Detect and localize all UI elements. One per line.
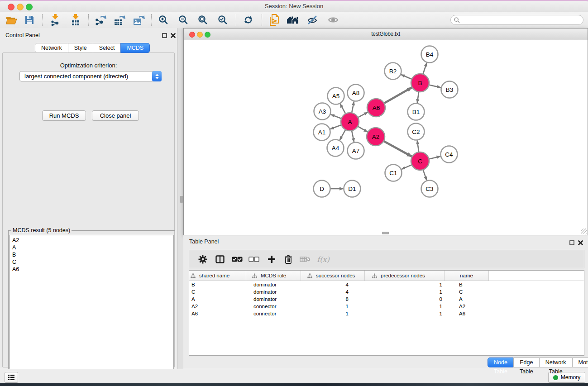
close-table-panel-button[interactable] [577, 239, 583, 246]
graph-edge-A-A8[interactable] [352, 101, 354, 113]
new-network-button[interactable] [266, 13, 282, 27]
graph-edge-B-B1[interactable] [417, 92, 419, 103]
function-builder-button[interactable]: f(x) [314, 253, 332, 266]
graph-node-A6[interactable]: A6 [367, 99, 385, 117]
hide-graphics-details-button[interactable] [305, 13, 321, 27]
zoom-window-button[interactable] [26, 4, 33, 10]
graph-node-A3[interactable]: A3 [314, 103, 331, 120]
zoom-out-button[interactable] [175, 13, 191, 27]
task-history-button[interactable] [5, 372, 18, 383]
network-window-titlebar[interactable]: testGlobe.txt [184, 29, 588, 40]
graph-edge-A-A4[interactable] [339, 130, 345, 140]
graph-edge-C-C1[interactable] [402, 165, 412, 169]
graph-edge-B-B4[interactable] [423, 62, 427, 74]
import-table-button[interactable] [67, 13, 84, 27]
zoom-view-button[interactable] [205, 32, 210, 38]
close-window-button[interactable] [8, 4, 14, 10]
graph-node-B4[interactable]: B4 [421, 46, 438, 63]
graph-edge-A2-C[interactable] [384, 141, 412, 157]
graph-edge-A6-B[interactable] [384, 87, 411, 103]
column-header-name[interactable]: name [445, 271, 489, 281]
mcds-result-item[interactable]: A6 [12, 266, 173, 273]
graph-edge-A-A2[interactable] [358, 126, 368, 132]
window-resize-handle[interactable] [581, 229, 587, 234]
column-header-successor-nodes[interactable]: successor nodes [301, 271, 365, 281]
tab-edge-table[interactable]: Edge Table [513, 357, 540, 367]
select-all-columns-button[interactable] [230, 253, 244, 266]
mcds-result-list[interactable]: A2ABCA6 [10, 235, 174, 385]
column-header-shared-name[interactable]: shared name [189, 271, 246, 281]
horizontal-splitter-handle[interactable] [382, 232, 389, 234]
mcds-result-item[interactable]: C [12, 258, 173, 266]
delete-table-button[interactable] [298, 253, 312, 266]
refresh-layout-button[interactable] [240, 13, 256, 27]
save-session-button[interactable] [21, 13, 38, 27]
tab-network[interactable]: Network [35, 43, 68, 53]
unselect-all-columns-button[interactable] [247, 253, 261, 266]
show-column-button[interactable] [213, 253, 227, 266]
graph-edge-A-A7[interactable] [352, 131, 354, 142]
graph-node-C3[interactable]: C3 [421, 181, 438, 197]
graph-node-B1[interactable]: B1 [408, 104, 425, 120]
first-neighbors-button[interactable] [285, 13, 301, 27]
graph-node-C1[interactable]: C1 [385, 165, 402, 181]
open-session-button[interactable] [4, 13, 20, 27]
float-panel-button[interactable] [161, 32, 167, 38]
graph-edge-C-C2[interactable] [417, 140, 419, 152]
graph-node-A2[interactable]: A2 [367, 128, 385, 146]
tab-network-table[interactable]: Network Table [539, 357, 573, 367]
close-view-button[interactable] [189, 32, 195, 38]
export-image-button[interactable] [130, 13, 147, 27]
graph-node-C[interactable]: C [411, 152, 429, 170]
show-graphics-details-button[interactable] [325, 13, 341, 27]
mcds-result-item[interactable]: A [12, 244, 173, 251]
graph-node-B[interactable]: B [411, 74, 429, 92]
graph-edge-A-A5[interactable] [340, 104, 345, 114]
tab-motifs[interactable]: Motifs [572, 357, 588, 367]
network-canvas[interactable]: AA1A2A3A4A5A6A7A8BB1B2B3B4CC1C2C3C4DD1 [184, 40, 588, 235]
graph-edge-B-B3[interactable] [429, 85, 441, 87]
graph-edge-A-A6[interactable] [358, 112, 368, 118]
graph-edge-B-B2[interactable] [401, 75, 412, 79]
mcds-result-item[interactable]: B [12, 251, 173, 258]
tab-select[interactable]: Select [93, 43, 121, 53]
graph-edge-A-A3[interactable] [330, 114, 341, 119]
zoom-in-button[interactable] [155, 13, 172, 27]
graph-edge-C-C3[interactable] [423, 170, 427, 181]
graph-node-A8[interactable]: A8 [348, 85, 364, 101]
criterion-dropdown[interactable]: largest connected component (directed) [19, 71, 162, 81]
graph-node-A[interactable]: A [341, 113, 359, 131]
mcds-result-item[interactable]: A2 [12, 237, 173, 244]
delete-columns-button[interactable] [281, 253, 296, 266]
search-input[interactable] [462, 16, 581, 25]
table-row-C[interactable]: Cdominator41C [189, 288, 584, 295]
graph-node-B3[interactable]: B3 [441, 81, 458, 98]
import-network-button[interactable] [47, 13, 63, 27]
vertical-splitter-handle[interactable] [180, 196, 183, 203]
table-row-A[interactable]: Adominator80A [189, 295, 584, 303]
close-panel-button-mcds[interactable]: Close panel [92, 110, 139, 121]
table-row-A2[interactable]: A2connector11A2 [189, 303, 584, 310]
tab-mcds[interactable]: MCDS [120, 43, 150, 53]
graph-edge-A-A1[interactable] [330, 125, 341, 129]
run-mcds-button[interactable]: Run MCDS [42, 110, 86, 121]
export-network-button[interactable] [92, 13, 109, 27]
column-header-MCDS-role[interactable]: MCDS role [246, 271, 301, 281]
export-table-button[interactable] [111, 13, 128, 27]
create-column-button[interactable] [264, 253, 279, 266]
tab-style[interactable]: Style [68, 43, 93, 53]
graph-node-B2[interactable]: B2 [385, 63, 402, 80]
zoom-fit-button[interactable] [195, 13, 211, 27]
table-options-button[interactable] [196, 253, 210, 266]
search-field[interactable] [450, 15, 583, 25]
graph-node-D1[interactable]: D1 [344, 181, 361, 197]
table-row-A6[interactable]: A6connector11A6 [189, 310, 584, 317]
table-row-B[interactable]: Bdominator41B [189, 281, 584, 288]
close-panel-button[interactable] [170, 32, 176, 38]
float-table-panel-button[interactable] [569, 239, 575, 246]
minimize-window-button[interactable] [17, 4, 24, 10]
graph-node-A1[interactable]: A1 [314, 124, 330, 141]
graph-edge-C-C4[interactable] [429, 156, 440, 159]
graph-node-C2[interactable]: C2 [408, 124, 425, 140]
minimize-view-button[interactable] [197, 32, 203, 38]
